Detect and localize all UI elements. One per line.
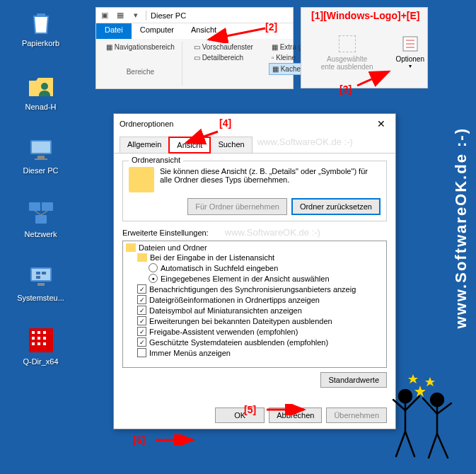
dialog-titlebar: Ordneroptionen ✕ <box>114 114 395 134</box>
network-icon <box>26 198 56 228</box>
svg-rect-18 <box>37 331 40 334</box>
folder-icon <box>126 243 136 252</box>
svg-rect-2 <box>32 141 50 153</box>
svg-line-41 <box>405 432 414 456</box>
checkbox-icon[interactable] <box>137 316 146 325</box>
nav-pane-button[interactable]: ▦ Navigationsbereich <box>103 42 178 52</box>
svg-rect-12 <box>36 272 40 274</box>
options-icon <box>402 35 419 52</box>
folder-view-text: Sie können diese Ansicht (z. B. „Details… <box>160 167 381 184</box>
detail-pane-button[interactable]: ▭ Detailbereich <box>191 52 256 63</box>
tree-item[interactable]: Benachrichtigungen des Synchronisierungs… <box>124 284 385 294</box>
qdir-icon <box>26 325 56 355</box>
checkbox-icon[interactable] <box>137 284 146 294</box>
desktop-icon-label: Nenad-H <box>14 103 67 111</box>
tree-item[interactable]: Erweiterungen bei bekannten Dateitypen a… <box>124 316 385 326</box>
dialog-actions: OK Abbrechen Übernehmen <box>114 402 395 429</box>
checkbox-icon[interactable] <box>137 337 146 347</box>
svg-point-36 <box>399 390 412 403</box>
tree-item-label: Eingegebenes Element in der Ansicht ausw… <box>161 274 330 283</box>
radio-icon[interactable] <box>149 263 158 272</box>
svg-rect-23 <box>32 342 35 345</box>
svg-rect-21 <box>37 337 40 340</box>
svg-marker-49 <box>425 377 435 386</box>
stick-figures-graphic <box>381 364 465 463</box>
tree-item-label: Dateigrößeinformationen in Ordnertipps a… <box>149 296 320 304</box>
svg-marker-50 <box>408 374 418 383</box>
advanced-settings-tree[interactable]: Dateien und OrdnerBei der Eingabe in der… <box>122 241 387 368</box>
desktop-icon-label: Netzwerk <box>14 230 67 238</box>
desktop-icon-qdir[interactable]: Q-Dir_x64 <box>14 325 67 366</box>
tree-item[interactable]: Dateisymbol auf Miniaturansichten anzeig… <box>124 305 385 316</box>
close-button[interactable]: ✕ <box>373 117 390 131</box>
ok-button[interactable]: OK <box>215 407 265 423</box>
preview-pane-button[interactable]: ▭ Vorschaufenster <box>191 42 256 52</box>
svg-line-47 <box>437 434 448 458</box>
ribbon-content: ▦ Navigationsbereich Bereiche ▭ Vorschau… <box>96 39 293 88</box>
tree-item: Bei der Eingabe in der Listenansicht <box>124 253 385 262</box>
svg-rect-3 <box>37 156 45 158</box>
tab-suchen[interactable]: Suchen <box>210 137 252 153</box>
svg-rect-4 <box>35 158 47 160</box>
apply-button[interactable]: Übernehmen <box>326 407 387 423</box>
tree-item-label: Benachrichtigungen des Synchronisierungs… <box>149 285 356 294</box>
desktop-icon-label: Dieser PC <box>14 166 67 175</box>
svg-rect-5 <box>29 202 40 211</box>
svg-line-46 <box>429 434 437 458</box>
quick-access-toolbar: ▣ ▦ ▾ Dieser PC <box>96 8 293 23</box>
tab-ansicht[interactable]: Ansicht <box>168 137 211 154</box>
tab-allgemein[interactable]: Allgemein <box>120 137 169 153</box>
tree-item[interactable]: Geschützte Systemdateien ausblenden (emp… <box>124 337 385 347</box>
apply-to-folders-button[interactable]: Für Ordner übernehmen <box>187 198 287 215</box>
tree-item[interactable]: Automatisch in Suchfeld eingeben <box>124 262 385 273</box>
svg-point-0 <box>41 83 48 90</box>
desktop-icon-user[interactable]: Nenad-H <box>14 71 67 111</box>
tree-item[interactable]: Freigabe-Assistent verwenden (empfohlen) <box>124 326 385 337</box>
ribbon-tabs: Datei Computer Ansicht <box>96 23 293 39</box>
checkbox-icon[interactable] <box>137 306 146 315</box>
checkbox-icon[interactable] <box>137 327 146 336</box>
svg-rect-25 <box>43 342 46 345</box>
this-pc-icon <box>26 134 56 164</box>
watermark: www.SoftwareOK.de :-) <box>257 137 353 153</box>
checkbox-icon[interactable] <box>137 295 146 304</box>
tab-computer[interactable]: Computer <box>132 23 182 39</box>
tab-ansicht[interactable]: Ansicht <box>182 23 225 39</box>
tab-datei[interactable]: Datei <box>96 23 132 39</box>
reset-folders-button[interactable]: Ordner zurücksetzen <box>291 198 381 215</box>
desktop-icon-label: Q-Dir_x64 <box>14 357 67 366</box>
checkbox-icon[interactable] <box>137 348 146 357</box>
options-button[interactable]: Optionen ▾ <box>395 11 424 85</box>
tree-item-label: Immer Menüs anzeigen <box>149 349 231 357</box>
desktop-icon-control-panel[interactable]: Systemsteu... <box>14 262 67 302</box>
desktop-icon-this-pc[interactable]: Dieser PC <box>14 134 67 175</box>
window-title: Dieser PC <box>151 11 186 20</box>
dropdown-icon[interactable]: ▾ <box>130 10 141 21</box>
tree-item[interactable]: Eingegebenes Element in der Ansicht ausw… <box>124 273 385 284</box>
tree-item: Dateien und Ordner <box>124 243 385 253</box>
svg-line-9 <box>41 211 47 215</box>
desktop-icon-label: Papierkorb <box>14 39 67 47</box>
svg-line-8 <box>35 211 41 215</box>
folder-icon <box>129 167 154 192</box>
properties-icon[interactable]: ▦ <box>115 10 126 21</box>
tree-item-label: Automatisch in Suchfeld eingeben <box>161 264 278 272</box>
svg-rect-24 <box>37 342 40 345</box>
desktop-icon-network[interactable]: Netzwerk <box>14 198 67 238</box>
tree-item[interactable]: Immer Menüs anzeigen <box>124 347 385 358</box>
dialog-tabs: Allgemein Ansicht Suchen www.SoftwareOK.… <box>114 134 395 154</box>
hide-selected-button[interactable]: Ausgewählte ente ausblenden <box>304 11 390 85</box>
defaults-button[interactable]: Standardwerte <box>320 372 387 388</box>
cancel-button[interactable]: Abbrechen <box>269 407 322 423</box>
radio-icon[interactable] <box>149 274 158 283</box>
recycle-bin-icon <box>26 7 56 37</box>
hide-icon <box>339 35 356 52</box>
tree-item-label: Geschützte Systemdateien ausblenden (emp… <box>149 338 328 347</box>
folder-icon <box>137 253 147 262</box>
folder-icon: ▣ <box>99 10 110 21</box>
desktop-icon-recycle-bin[interactable]: Papierkorb <box>14 7 67 47</box>
tree-item-label: Freigabe-Assistent verwenden (empfohlen) <box>149 328 298 336</box>
control-panel-icon <box>26 262 56 291</box>
tree-item[interactable]: Dateigrößeinformationen in Ordnertipps a… <box>124 294 385 305</box>
svg-rect-13 <box>42 272 46 274</box>
